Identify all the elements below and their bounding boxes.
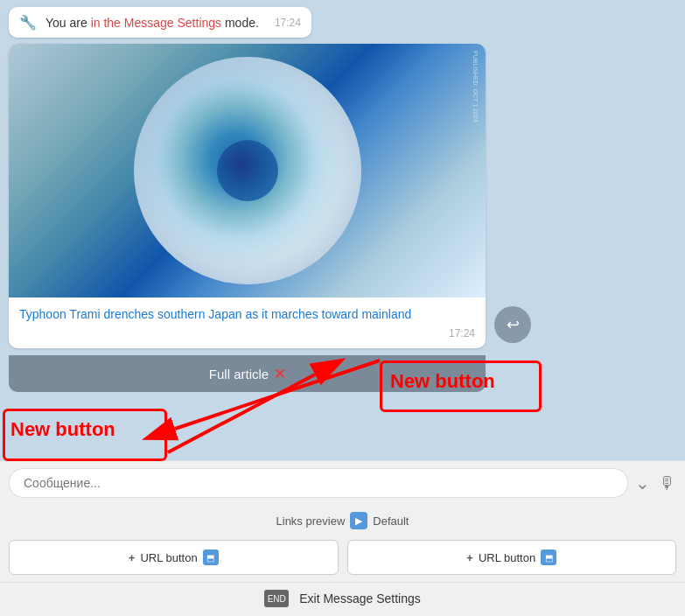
left-annotation-box bbox=[3, 409, 167, 461]
url-buttons-row: + URL button ⬒ + URL button ⬒ bbox=[0, 536, 685, 582]
image-watermark: PUBLISHED: OCT 1 2024 bbox=[472, 51, 479, 122]
url-button-left[interactable]: + URL button ⬒ bbox=[9, 540, 339, 575]
news-title: Typhoon Trami drenches southern Japan as… bbox=[19, 306, 475, 324]
forward-icon: ↩ bbox=[507, 315, 520, 334]
url-btn-right-plus: + bbox=[466, 551, 473, 564]
full-article-button[interactable]: Full article ✕ bbox=[209, 366, 285, 382]
url-btn-left-label: URL button bbox=[140, 551, 197, 564]
news-link[interactable]: Typhoon Trami drenches southern Japan as… bbox=[19, 307, 411, 321]
message-time: 17:24 bbox=[275, 17, 301, 29]
input-icons: ⌄ 🎙 bbox=[635, 472, 676, 494]
url-btn-right-icon: ⬒ bbox=[541, 550, 556, 565]
links-preview-default: Default bbox=[373, 514, 409, 528]
full-article-row: Full article ✕ bbox=[9, 355, 486, 392]
wrench-icon: 🔧 bbox=[19, 14, 37, 31]
exit-label: Exit Message Settings bbox=[299, 592, 421, 606]
full-article-close-icon[interactable]: ✕ bbox=[274, 366, 285, 382]
links-preview-row: Links preview ▶ Default bbox=[0, 505, 685, 536]
url-btn-left-icon: ⬒ bbox=[203, 550, 219, 565]
message-input[interactable] bbox=[9, 468, 628, 498]
exit-row[interactable]: END Exit Message Settings bbox=[0, 582, 685, 616]
scroll-down-button[interactable]: ⌄ bbox=[635, 472, 650, 494]
swirl-eye bbox=[217, 140, 278, 201]
links-preview-label: Links preview bbox=[276, 514, 346, 528]
exit-icon: END bbox=[264, 590, 289, 607]
news-card: PUBLISHED: OCT 1 2024 Typhoon Trami dren… bbox=[9, 44, 486, 348]
full-article-label: Full article bbox=[209, 367, 269, 382]
links-preview-icon: ▶ bbox=[350, 512, 367, 529]
message-bubble: 🔧 You are in the Message Settings mode. … bbox=[9, 7, 311, 38]
chat-area: 🔧 You are in the Message Settings mode. … bbox=[0, 0, 685, 616]
input-area: ⌄ 🎙 bbox=[0, 460, 685, 505]
highlight-text: in the Message Settings bbox=[91, 16, 221, 30]
url-btn-left-plus: + bbox=[129, 551, 136, 564]
left-annotation-label: New button bbox=[10, 418, 115, 441]
message-text: You are in the Message Settings mode. bbox=[45, 16, 259, 30]
news-time: 17:24 bbox=[449, 327, 475, 340]
news-content: Typhoon Trami drenches southern Japan as… bbox=[9, 298, 486, 348]
url-button-right[interactable]: + URL button ⬒ bbox=[347, 540, 677, 575]
microphone-button[interactable]: 🎙 bbox=[659, 473, 676, 494]
news-meta: 17:24 bbox=[19, 327, 475, 340]
forward-button[interactable]: ↩ bbox=[494, 306, 531, 343]
bottom-toolbar: ⌄ 🎙 Links preview ▶ Default + URL button… bbox=[0, 460, 685, 616]
hurricane-visual bbox=[134, 57, 361, 284]
url-btn-right-label: URL button bbox=[479, 551, 535, 564]
news-image: PUBLISHED: OCT 1 2024 bbox=[9, 44, 486, 298]
